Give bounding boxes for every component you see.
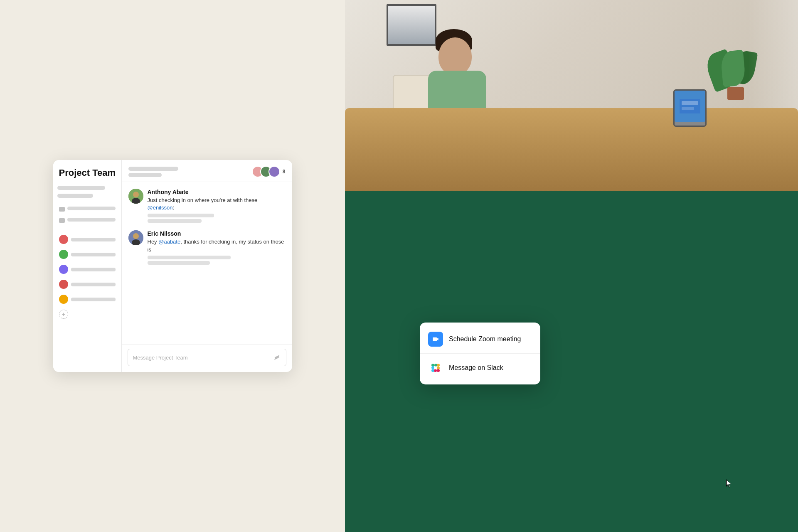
user-avatar-4 [59, 280, 68, 289]
folder-icon-1 [59, 207, 65, 212]
sidebar-bar-1 [57, 186, 105, 190]
msg-placeholder-2b [148, 261, 210, 265]
sidebar-bar-2 [57, 194, 93, 198]
chat-sidebar: Project Team [53, 160, 122, 372]
mention-aabate: @aabate [158, 239, 180, 245]
header-bar-top [128, 167, 178, 171]
slack-label: Message on Slack [449, 364, 503, 372]
message-input[interactable]: Message Project Team [133, 355, 273, 361]
user-avatar-1 [59, 235, 68, 244]
eric-avatar-img [128, 230, 143, 245]
photo-background [345, 0, 798, 191]
message-item-1: Anthony Abate Just checking in on where … [128, 189, 286, 223]
green-section: Schedule Zoom meeting [345, 191, 798, 532]
left-panel: Project Team [0, 0, 345, 532]
header-bar-bottom [128, 173, 162, 177]
message-item-2: Eric Nilsson Hey @aabate, thanks for che… [128, 230, 286, 264]
zoom-logo [431, 335, 440, 344]
user-avatar-2 [59, 250, 68, 259]
chat-main: 8 Anthony Abate [122, 160, 292, 372]
user-name-5 [71, 298, 116, 301]
desk [345, 108, 798, 191]
user-name-1 [71, 238, 116, 241]
sidebar-folder-1[interactable] [57, 205, 117, 213]
svg-point-1 [133, 192, 139, 197]
svg-rect-8 [682, 107, 694, 110]
member-count: 8 [283, 169, 286, 175]
zoom-label: Schedule Zoom meeting [449, 335, 521, 343]
svg-rect-11 [434, 364, 437, 367]
msg-avatar-eric [128, 230, 143, 245]
chat-input-area: Message Project Team [122, 344, 292, 372]
chat-input-box[interactable]: Message Project Team [128, 349, 286, 366]
mouse-cursor [726, 479, 734, 488]
plant-pot [727, 87, 744, 100]
right-panel: Schedule Zoom meeting [345, 0, 798, 532]
user-avatar-5 [59, 295, 68, 304]
msg-placeholder-1a [148, 214, 214, 217]
user-name-2 [71, 253, 116, 256]
svg-rect-13 [437, 367, 440, 369]
msg-placeholder-1b [148, 219, 202, 223]
anthony-avatar-img [128, 189, 143, 204]
chat-window: Project Team [53, 160, 292, 372]
sidebar-user-2[interactable] [57, 249, 117, 260]
add-user-icon[interactable]: + [59, 310, 68, 319]
msg-author-1: Anthony Abate [148, 189, 286, 195]
send-icon[interactable] [273, 353, 281, 362]
slack-icon [428, 360, 443, 375]
sidebar-user-1[interactable] [57, 234, 117, 245]
header-avatars: 8 [252, 166, 286, 177]
svg-rect-12 [437, 364, 440, 367]
svg-point-4 [133, 233, 139, 239]
svg-rect-16 [431, 369, 434, 372]
user-name-4 [71, 283, 116, 286]
sidebar-placeholders [57, 186, 117, 200]
user-avatar-3 [59, 265, 68, 274]
photo-area [345, 0, 798, 191]
msg-content-2: Eric Nilsson Hey @aabate, thanks for che… [148, 230, 286, 264]
action-slack[interactable]: Message on Slack [420, 353, 540, 382]
header-avatar-3 [268, 166, 280, 177]
folder-label-2 [67, 218, 116, 222]
mention-enilsson: @enilsson [148, 204, 173, 211]
svg-rect-15 [434, 369, 437, 372]
action-zoom[interactable]: Schedule Zoom meeting [420, 325, 540, 353]
chat-header: 8 [122, 160, 292, 182]
msg-content-1: Anthony Abate Just checking in on where … [148, 189, 286, 223]
folder-icon-2 [59, 218, 65, 223]
chat-title: Project Team [57, 167, 117, 178]
svg-rect-10 [431, 364, 434, 367]
sidebar-user-3[interactable] [57, 264, 117, 275]
chat-messages: Anthony Abate Just checking in on where … [122, 182, 292, 344]
sidebar-folder-2[interactable] [57, 217, 117, 224]
msg-placeholder-2a [148, 256, 231, 259]
user-name-3 [71, 268, 116, 271]
action-card: Schedule Zoom meeting [420, 323, 540, 384]
sidebar-user-5[interactable] [57, 293, 117, 305]
msg-text-2: Hey @aabate, thanks for checking in, my … [148, 238, 286, 253]
slack-logo [428, 360, 443, 375]
monitor [673, 89, 707, 127]
msg-avatar-anthony [128, 189, 143, 204]
msg-text-1: Just checking in on where you're at with… [148, 197, 286, 212]
sidebar-user-4[interactable] [57, 278, 117, 290]
person-head [438, 37, 472, 75]
msg-author-2: Eric Nilsson [148, 230, 286, 237]
header-placeholders [128, 167, 178, 177]
zoom-icon [428, 332, 443, 347]
svg-rect-17 [431, 366, 434, 369]
svg-rect-14 [437, 369, 440, 372]
monitor-screen [675, 91, 705, 122]
sidebar-add-user[interactable]: + [57, 308, 117, 320]
svg-rect-18 [434, 366, 437, 369]
folder-label-1 [67, 207, 116, 210]
svg-rect-7 [682, 101, 698, 105]
